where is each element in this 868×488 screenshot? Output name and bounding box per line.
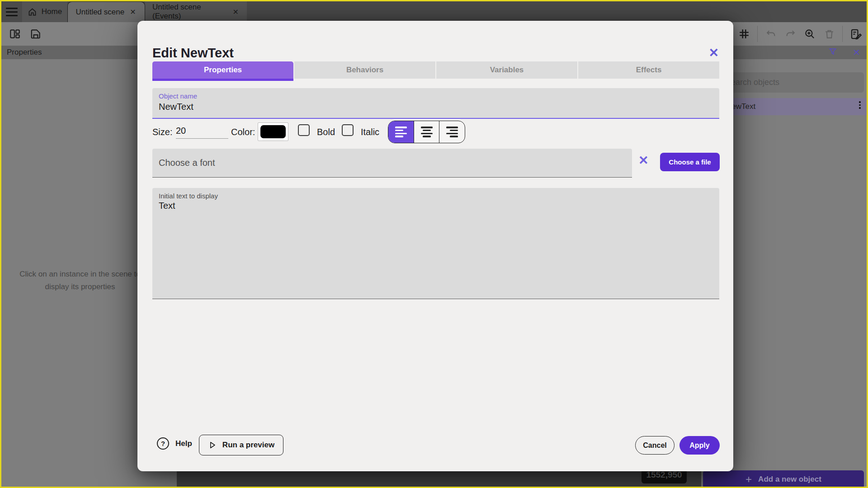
tab-scene-label: Untitled scene	[75, 8, 124, 17]
toolbar-divider	[842, 26, 843, 42]
edit-sheet-icon[interactable]	[849, 28, 862, 40]
panel-layout-icon[interactable]	[9, 28, 21, 40]
scene-status-bar	[177, 469, 701, 487]
tab-effects[interactable]: Effects	[578, 61, 719, 79]
add-object-label: Add a new object	[758, 475, 821, 484]
run-preview-label: Run a preview	[222, 441, 274, 450]
top-tab-bar: Home Untitled scene ✕ Untitled scene (Ev…	[1, 1, 867, 22]
panel-close-icon[interactable]: ✕	[853, 47, 860, 58]
tab-properties[interactable]: Properties	[152, 61, 293, 81]
dialog-title: Edit NewText	[152, 46, 234, 61]
bold-label: Bold	[317, 127, 335, 137]
object-name-field[interactable]: Object name	[152, 88, 719, 119]
tab-variables[interactable]: Variables	[436, 61, 577, 79]
tab-events-label: Untitled scene (Events)	[152, 3, 227, 21]
help-label: Help	[175, 439, 192, 448]
align-center-button[interactable]	[414, 121, 439, 143]
zoom-in-icon[interactable]	[803, 28, 816, 40]
object-list-item-newtext[interactable]: NewText	[717, 98, 868, 115]
align-right-icon	[446, 127, 458, 137]
plus-icon: +	[745, 473, 752, 486]
app-window: Home Untitled scene ✕ Untitled scene (Ev…	[0, 0, 868, 488]
initial-text-field[interactable]: Initial text to display Text	[152, 188, 719, 299]
clear-font-icon[interactable]: ✕	[638, 155, 649, 167]
font-input[interactable]	[159, 149, 611, 177]
align-right-button[interactable]	[439, 121, 465, 143]
hamburger-menu-icon[interactable]	[1, 1, 22, 22]
close-tab-icon[interactable]: ✕	[129, 8, 137, 16]
run-preview-button[interactable]: Run a preview	[199, 435, 283, 455]
dialog-close-icon[interactable]: ✕	[708, 47, 719, 59]
choose-file-button[interactable]: Choose a file	[660, 153, 720, 171]
tab-untitled-scene-events[interactable]: Untitled scene (Events) ✕	[145, 1, 247, 22]
add-new-object-button[interactable]: + Add a new object	[703, 470, 864, 488]
align-left-icon	[395, 127, 407, 137]
close-tab-icon[interactable]: ✕	[232, 8, 240, 16]
cancel-button[interactable]: Cancel	[635, 436, 675, 455]
initial-text-label: Initial text to display	[159, 192, 218, 200]
italic-label: Italic	[361, 127, 379, 137]
undo-icon[interactable]	[764, 28, 777, 40]
tab-behaviors[interactable]: Behaviors	[294, 61, 435, 79]
edit-object-dialog: Edit NewText ✕ Properties Behaviors Vari…	[137, 21, 733, 471]
object-name-input[interactable]	[159, 102, 701, 112]
toolbar-divider	[757, 26, 758, 42]
tab-untitled-scene[interactable]: Untitled scene ✕	[67, 1, 145, 22]
play-icon	[208, 441, 217, 450]
text-alignment-group	[388, 121, 465, 143]
initial-text-textarea[interactable]: Text	[159, 201, 710, 293]
apply-button[interactable]: Apply	[679, 436, 720, 455]
redo-icon[interactable]	[784, 28, 797, 40]
italic-checkbox[interactable]	[342, 124, 354, 136]
trash-icon[interactable]	[823, 28, 835, 40]
tab-home[interactable]: Home	[22, 1, 67, 22]
color-swatch	[260, 125, 286, 138]
font-field[interactable]	[152, 149, 632, 178]
search-objects-input[interactable]	[719, 72, 864, 93]
help-icon: ?	[157, 437, 169, 450]
object-name-field-label: Object name	[159, 92, 197, 100]
tab-home-label: Home	[42, 7, 62, 16]
color-picker-button[interactable]	[258, 122, 288, 141]
grid-icon[interactable]	[738, 28, 750, 40]
save-icon[interactable]	[29, 28, 42, 40]
align-left-button[interactable]	[388, 121, 414, 143]
bold-checkbox[interactable]	[298, 124, 310, 136]
filter-icon[interactable]	[828, 47, 837, 58]
size-label: Size:	[152, 127, 172, 137]
instance-message: Click on an instance in the scene to dis…	[1, 268, 159, 293]
align-center-icon	[421, 127, 433, 137]
help-button[interactable]: ? Help	[157, 437, 192, 450]
size-input[interactable]	[176, 126, 228, 139]
home-icon	[28, 7, 37, 17]
dialog-tabs: Properties Behaviors Variables Effects	[152, 61, 719, 81]
color-label: Color:	[231, 127, 255, 137]
properties-panel-title: Properties	[1, 48, 42, 57]
kebab-menu-icon[interactable]	[856, 101, 863, 109]
